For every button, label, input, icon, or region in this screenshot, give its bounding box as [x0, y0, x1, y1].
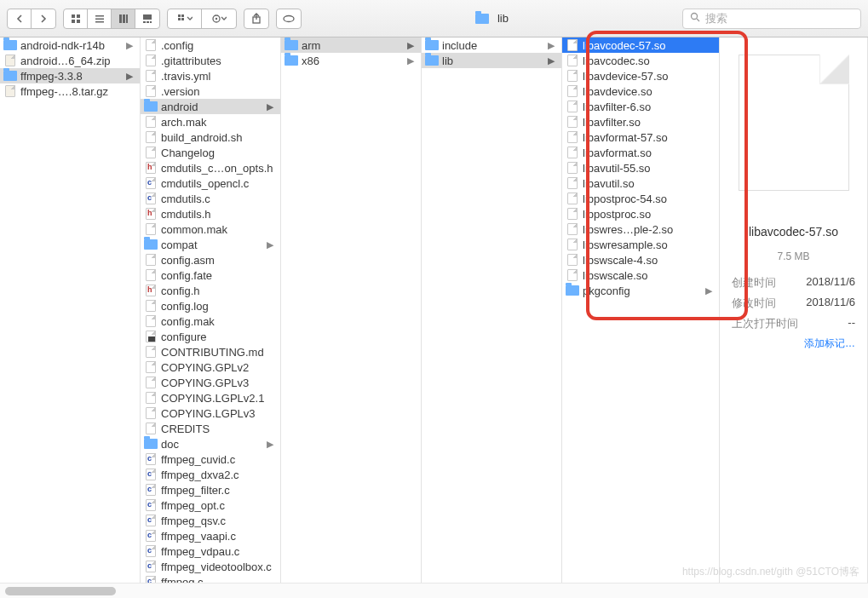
list-item[interactable]: libswresample.so: [562, 237, 719, 252]
list-item[interactable]: config.asm: [141, 252, 280, 267]
list-item[interactable]: cmdutils.c: [141, 191, 280, 206]
list-item[interactable]: config.h: [141, 283, 280, 298]
list-item[interactable]: libavdevice.so: [562, 83, 719, 99]
column-5[interactable]: libavcodec-57.solibavcodec.solibavdevice…: [562, 37, 720, 583]
search-field[interactable]: [682, 9, 861, 29]
view-list[interactable]: [88, 9, 112, 28]
column-4[interactable]: include▶lib▶: [422, 37, 562, 583]
path-bar: lib: [308, 12, 675, 26]
list-item[interactable]: .config: [141, 37, 280, 53]
list-item[interactable]: ffmpeg.c: [141, 574, 280, 583]
list-item[interactable]: Changelog: [141, 145, 280, 160]
item-label: ffmpeg_opt.c: [161, 499, 277, 512]
view-columns[interactable]: [112, 9, 135, 28]
action-button[interactable]: [202, 9, 236, 28]
list-item[interactable]: libavformat-57.so: [562, 129, 719, 145]
list-item[interactable]: config.mak: [141, 313, 280, 329]
svg-rect-15: [181, 14, 184, 17]
back-button[interactable]: [8, 9, 32, 28]
arrange-button[interactable]: [168, 9, 202, 28]
list-item[interactable]: android…6_64.zip: [0, 53, 140, 68]
item-label: build_android.sh: [161, 131, 277, 144]
horizontal-scrollbar[interactable]: [0, 583, 868, 598]
list-item[interactable]: ffmpeg_opt.c: [141, 497, 280, 513]
list-item[interactable]: ffmpeg_vaapi.c: [141, 528, 280, 543]
list-item[interactable]: libavcodec.so: [562, 53, 719, 68]
column-3[interactable]: arm▶x86▶: [281, 37, 422, 583]
item-label: cmdutils_c…on_opts.h: [161, 162, 277, 175]
list-item[interactable]: arm▶: [281, 37, 421, 53]
column-2[interactable]: .config.gitattributes.travis.yml.version…: [141, 37, 281, 583]
list-item[interactable]: x86▶: [281, 53, 421, 68]
svg-point-19: [216, 17, 217, 19]
view-gallery[interactable]: [135, 9, 159, 28]
view-icon-grid[interactable]: [64, 9, 88, 28]
search-input[interactable]: [705, 12, 854, 25]
meta-created: 创建时间2018/11/6: [727, 273, 860, 293]
list-item[interactable]: libpostproc.so: [562, 206, 719, 221]
file-icon: [144, 268, 158, 282]
file-icon: [144, 253, 158, 267]
list-item[interactable]: .gitattributes: [141, 53, 280, 68]
item-label: libavformat.so: [583, 147, 716, 159]
list-item[interactable]: ffmpeg_qsv.c: [141, 513, 280, 528]
list-item[interactable]: COPYING.LGPLv3: [141, 405, 280, 421]
list-item[interactable]: libavformat.so: [562, 145, 719, 160]
list-item[interactable]: cmdutils_opencl.c: [141, 175, 280, 191]
list-item[interactable]: libswscale-4.so: [562, 252, 719, 267]
item-label: android: [161, 101, 267, 113]
list-item[interactable]: common.mak: [141, 221, 280, 237]
list-item[interactable]: libavdevice-57.so: [562, 68, 719, 83]
list-item[interactable]: ffmpeg_dxva2.c: [141, 467, 280, 482]
list-item[interactable]: config.log: [141, 298, 280, 313]
list-item[interactable]: ffmpeg_vdpau.c: [141, 543, 280, 559]
list-item[interactable]: COPYING.GPLv2: [141, 359, 280, 375]
item-label: ffmpeg.c: [161, 576, 277, 584]
forward-button[interactable]: [32, 9, 55, 28]
list-item[interactable]: compat▶: [141, 237, 280, 252]
tags-button[interactable]: [276, 9, 302, 29]
view-mode-group: [63, 9, 160, 29]
list-item[interactable]: doc▶: [141, 436, 280, 451]
file-icon: [144, 54, 158, 67]
add-tag-link[interactable]: 添加标记…: [804, 336, 855, 351]
share-button[interactable]: [244, 9, 269, 29]
list-item[interactable]: ffmpeg_cuvid.c: [141, 451, 280, 467]
item-label: libswresample.so: [583, 239, 716, 251]
list-item[interactable]: .version: [141, 83, 280, 99]
scroll-thumb[interactable]: [5, 587, 116, 595]
file-icon: [144, 360, 158, 374]
list-item[interactable]: libavutil-55.so: [562, 160, 719, 175]
list-item[interactable]: libpostproc-54.so: [562, 191, 719, 206]
list-item[interactable]: ffmpeg_filter.c: [141, 482, 280, 497]
list-item[interactable]: arch.mak: [141, 114, 280, 129]
file-icon: [566, 161, 579, 175]
list-item[interactable]: android▶: [141, 99, 280, 114]
list-item[interactable]: include▶: [422, 37, 561, 53]
svg-rect-11: [143, 21, 146, 23]
list-item[interactable]: CONTRIBUTING.md: [141, 344, 280, 359]
list-item[interactable]: configure: [141, 329, 280, 344]
add-tag-row: 添加标记…: [727, 334, 860, 354]
list-item[interactable]: libavfilter.so: [562, 114, 719, 129]
list-item[interactable]: COPYING.LGPLv2.1: [141, 390, 280, 405]
list-item[interactable]: cmdutils.h: [141, 206, 280, 221]
list-item[interactable]: libswscale.so: [562, 267, 719, 283]
list-item[interactable]: COPYING.GPLv3: [141, 375, 280, 390]
list-item[interactable]: libavfilter-6.so: [562, 99, 719, 114]
list-item[interactable]: libavcodec-57.so: [562, 37, 719, 53]
column-1[interactable]: android-ndk-r14b▶android…6_64.zipffmpeg-…: [0, 37, 141, 583]
list-item[interactable]: lib▶: [422, 53, 561, 68]
list-item[interactable]: ffmpeg_videotoolbox.c: [141, 559, 280, 574]
list-item[interactable]: pkgconfig▶: [562, 283, 719, 298]
list-item[interactable]: cmdutils_c…on_opts.h: [141, 160, 280, 175]
list-item[interactable]: CREDITS: [141, 421, 280, 436]
list-item[interactable]: .travis.yml: [141, 68, 280, 83]
list-item[interactable]: libswres…ple-2.so: [562, 221, 719, 237]
list-item[interactable]: ffmpeg-3.3.8▶: [0, 68, 140, 83]
list-item[interactable]: config.fate: [141, 267, 280, 283]
list-item[interactable]: ffmpeg-….8.tar.gz: [0, 83, 140, 99]
list-item[interactable]: build_android.sh: [141, 129, 280, 145]
list-item[interactable]: libavutil.so: [562, 175, 719, 191]
list-item[interactable]: android-ndk-r14b▶: [0, 37, 140, 53]
